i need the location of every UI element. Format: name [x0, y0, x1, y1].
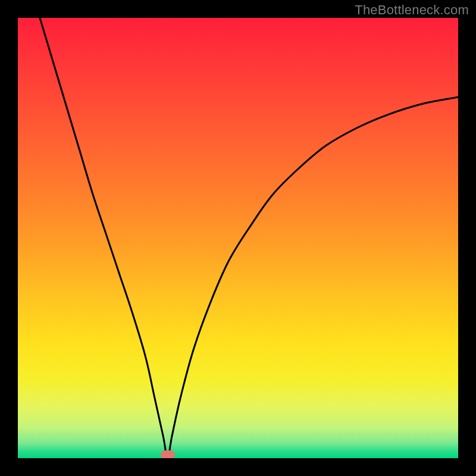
plot-area — [18, 18, 458, 458]
minimum-marker — [161, 450, 175, 458]
watermark-label: TheBottleneck.com — [355, 2, 469, 18]
bottleneck-curve — [18, 18, 458, 458]
